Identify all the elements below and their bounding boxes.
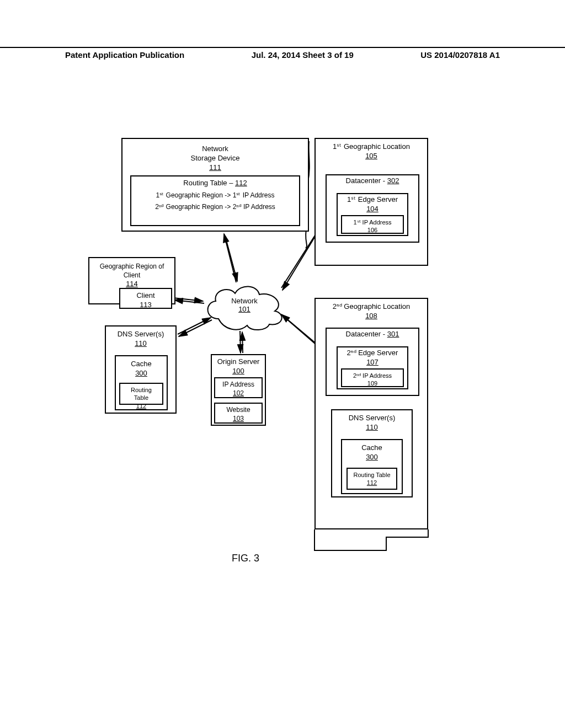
header-right: US 2014/0207818 A1: [420, 50, 500, 60]
header-center: Jul. 24, 2014 Sheet 3 of 19: [252, 50, 354, 60]
rt-r-num: 112: [367, 479, 377, 486]
routing-row-2: 2ⁿᵈ Geographic Region -> 2ⁿᵈ IP Address: [135, 203, 296, 212]
origin-website: Website 103: [214, 403, 263, 424]
rt-l-num: 112: [136, 403, 146, 409]
rt-l-label: Routing Table: [124, 386, 159, 402]
cache-r-label: Cache: [345, 443, 398, 453]
cloud-num: 101: [238, 305, 250, 313]
routing-label: Routing Table –: [183, 179, 233, 187]
rt-r-label: Routing Table: [351, 471, 393, 479]
edge1-label: 1ˢᵗ Edge Server: [341, 195, 404, 205]
svg-line-3: [174, 300, 204, 303]
svg-line-6: [240, 331, 241, 353]
routing-num: 112: [235, 179, 247, 187]
cloud-label: Network: [202, 297, 287, 305]
client-num: 113: [140, 301, 152, 309]
routing-table-right: Routing Table 112: [347, 468, 397, 490]
diagram-canvas: NetworkStorage Device 111 Routing Table …: [88, 138, 441, 557]
cache-r-num: 300: [366, 453, 378, 461]
cache-l-label: Cache: [119, 360, 163, 369]
ip1-label: 1ˢᵗ IP Address: [345, 218, 399, 226]
origin-site-label: Website: [218, 406, 258, 415]
svg-line-7: [242, 332, 243, 353]
dc2-label: Datacenter -: [346, 330, 386, 338]
dns-r-label: DNS Server(s): [335, 414, 408, 423]
network-cloud: Network 101: [202, 280, 287, 331]
edge2-ip: 2ⁿᵈ IP Address 109: [341, 368, 404, 387]
client-label: Client: [124, 291, 168, 301]
client-region-num: 114: [126, 280, 138, 288]
storage-label: NetworkStorage Device: [126, 144, 305, 163]
routing-row-1: 1ˢᵗ Geographic Region -> 1ˢᵗ IP Address: [135, 191, 296, 200]
dc1-num: 302: [387, 176, 399, 185]
storage-num: 111: [209, 163, 221, 172]
edge1-num: 104: [366, 205, 379, 213]
routing-table-box: Routing Table – 112 1ˢᵗ Geographic Regio…: [130, 175, 300, 226]
ip1-num: 106: [367, 227, 377, 233]
dc2-num: 301: [387, 330, 399, 338]
ip2-label: 2ⁿᵈ IP Address: [345, 372, 399, 379]
ip2-num: 109: [367, 380, 377, 387]
header-left: Patent Application Publication: [65, 50, 184, 60]
geo1-num: 105: [365, 152, 377, 160]
origin-ip-label: IP Address: [218, 381, 258, 389]
geo1-label: 1ˢᵗ Geographic Location: [319, 142, 424, 152]
origin-num: 100: [232, 367, 244, 375]
client-region-label: Geographic Region of Client: [93, 263, 171, 280]
page-header: Patent Application Publication Jul. 24, …: [0, 47, 565, 60]
figure-label: FIG. 3: [232, 553, 259, 564]
dns-l-label: DNS Server(s): [109, 330, 172, 339]
routing-table-left: Routing Table 112: [119, 383, 163, 405]
svg-line-2: [173, 298, 203, 301]
origin-label: Origin Server: [215, 357, 262, 367]
client-box: Client 113: [119, 288, 172, 309]
edge1-ip: 1ˢᵗ IP Address 106: [341, 215, 404, 234]
cache-l-num: 300: [135, 369, 147, 377]
geo2-num: 108: [365, 312, 377, 320]
svg-line-1: [225, 236, 237, 281]
geo2-label: 2ⁿᵈ Geographic Location: [319, 302, 424, 312]
dns-l-num: 110: [135, 339, 147, 347]
dns-r-num: 110: [366, 423, 378, 431]
geo2-border-notch: [298, 528, 436, 561]
edge2-num: 107: [366, 358, 379, 366]
edge2-label: 2ⁿᵈ Edge Server: [341, 349, 404, 358]
origin-site-num: 103: [233, 415, 244, 422]
origin-ip: IP Address 102: [214, 377, 263, 398]
svg-line-0: [224, 234, 236, 282]
dc1-label: Datacenter -: [346, 176, 386, 185]
origin-ip-num: 102: [233, 389, 244, 397]
